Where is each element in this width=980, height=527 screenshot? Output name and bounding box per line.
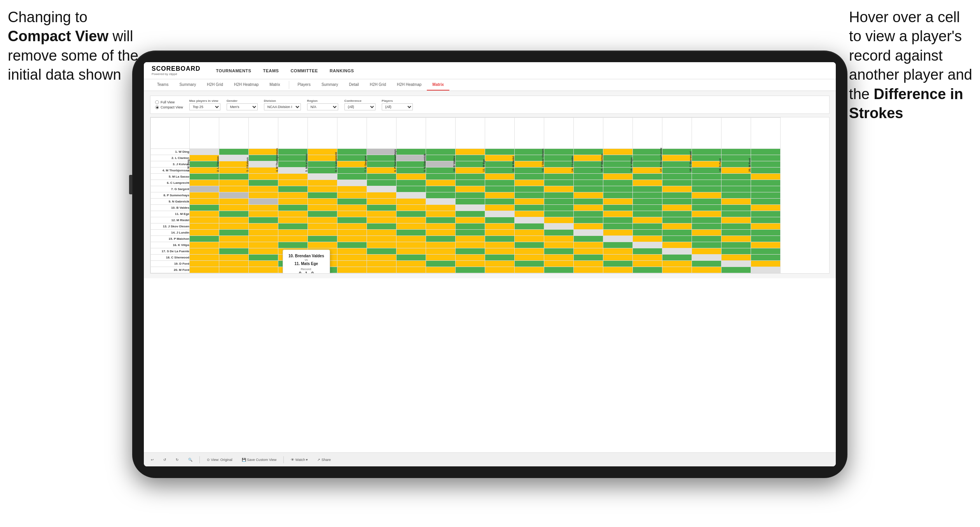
matrix-cell[interactable]: [633, 174, 662, 180]
matrix-cell[interactable]: [249, 248, 278, 255]
matrix-cell[interactable]: [515, 161, 544, 168]
matrix-cell[interactable]: [249, 186, 278, 192]
matrix-cell[interactable]: [308, 223, 337, 230]
matrix-cell[interactable]: [456, 186, 485, 192]
matrix-cell[interactable]: [190, 217, 219, 223]
matrix-cell[interactable]: [367, 248, 397, 255]
matrix-cell[interactable]: [219, 236, 249, 242]
matrix-cell[interactable]: [574, 217, 603, 223]
matrix-cell[interactable]: [367, 155, 397, 161]
matrix-cell[interactable]: [574, 223, 603, 230]
matrix-cell[interactable]: [219, 261, 249, 267]
matrix-cell[interactable]: [603, 211, 633, 217]
matrix-cell[interactable]: [219, 192, 249, 199]
matrix-cell[interactable]: [721, 186, 751, 192]
matrix-cell[interactable]: [515, 230, 544, 236]
matrix-cell[interactable]: [574, 192, 603, 199]
matrix-cell[interactable]: [485, 230, 515, 236]
matrix-cell[interactable]: [633, 199, 662, 205]
matrix-cell[interactable]: [308, 199, 337, 205]
matrix-cell[interactable]: [544, 230, 574, 236]
matrix-cell[interactable]: [190, 242, 219, 248]
matrix-cell[interactable]: [751, 267, 781, 273]
matrix-cell[interactable]: [574, 211, 603, 217]
toolbar-view-original[interactable]: ⊙ View: Original: [204, 457, 235, 463]
matrix-cell[interactable]: [249, 255, 278, 261]
matrix-cell[interactable]: [515, 255, 544, 261]
matrix-cell[interactable]: [249, 192, 278, 199]
matrix-cell[interactable]: [337, 199, 367, 205]
matrix-cell[interactable]: [544, 149, 574, 155]
matrix-cell[interactable]: [692, 217, 721, 223]
matrix-cell[interactable]: [456, 211, 485, 217]
matrix-cell[interactable]: [515, 199, 544, 205]
matrix-cell[interactable]: [662, 149, 692, 155]
matrix-cell[interactable]: [544, 242, 574, 248]
matrix-cell[interactable]: [574, 168, 603, 174]
matrix-cell[interactable]: [603, 261, 633, 267]
matrix-cell[interactable]: [751, 230, 781, 236]
matrix-cell[interactable]: [337, 242, 367, 248]
matrix-cell[interactable]: [544, 180, 574, 186]
matrix-cell[interactable]: [721, 261, 751, 267]
matrix-cell[interactable]: [456, 149, 485, 155]
matrix-cell[interactable]: [574, 261, 603, 267]
matrix-cell[interactable]: [633, 186, 662, 192]
matrix-cell[interactable]: [367, 230, 397, 236]
matrix-cell[interactable]: [337, 223, 367, 230]
matrix-cell[interactable]: [367, 261, 397, 267]
matrix-cell[interactable]: [190, 192, 219, 199]
filter-players-select[interactable]: (All): [382, 103, 413, 110]
matrix-cell[interactable]: [308, 155, 337, 161]
matrix-cell[interactable]: [574, 180, 603, 186]
matrix-cell[interactable]: [190, 223, 219, 230]
matrix-cell[interactable]: [515, 149, 544, 155]
tab-detail[interactable]: Detail: [344, 79, 365, 91]
matrix-cell[interactable]: [633, 242, 662, 248]
matrix-cell[interactable]: [721, 248, 751, 255]
matrix-cell[interactable]: [397, 174, 426, 180]
toolbar-zoom[interactable]: 🔍: [186, 457, 195, 463]
matrix-cell[interactable]: [337, 236, 367, 242]
matrix-cell[interactable]: [721, 180, 751, 186]
matrix-cell[interactable]: [515, 248, 544, 255]
matrix-cell[interactable]: [485, 267, 515, 273]
matrix-cell[interactable]: [190, 205, 219, 211]
matrix-cell[interactable]: [456, 161, 485, 168]
matrix-cell[interactable]: [574, 255, 603, 261]
matrix-cell[interactable]: [249, 217, 278, 223]
matrix-cell[interactable]: [751, 168, 781, 174]
matrix-cell[interactable]: [574, 161, 603, 168]
matrix-cell[interactable]: [692, 261, 721, 267]
matrix-cell[interactable]: [574, 248, 603, 255]
matrix-cell[interactable]: [721, 168, 751, 174]
matrix-cell[interactable]: [249, 149, 278, 155]
matrix-cell[interactable]: [721, 161, 751, 168]
matrix-cell[interactable]: [544, 168, 574, 174]
matrix-cell[interactable]: [278, 186, 308, 192]
matrix-cell[interactable]: [249, 199, 278, 205]
tab-h2h-grid-2[interactable]: H2H Grid: [364, 79, 391, 91]
matrix-cell[interactable]: [485, 205, 515, 211]
matrix-cell[interactable]: [485, 248, 515, 255]
matrix-cell[interactable]: [485, 217, 515, 223]
matrix-cell[interactable]: [426, 230, 456, 236]
matrix-cell[interactable]: [515, 174, 544, 180]
matrix-cell[interactable]: [367, 205, 397, 211]
matrix-cell[interactable]: [337, 205, 367, 211]
matrix-cell[interactable]: [278, 199, 308, 205]
matrix-cell[interactable]: [692, 168, 721, 174]
matrix-cell[interactable]: [337, 161, 367, 168]
matrix-cell[interactable]: [190, 174, 219, 180]
toolbar-share[interactable]: ↗ Share: [315, 457, 333, 463]
matrix-cell[interactable]: [603, 161, 633, 168]
nav-committee[interactable]: COMMITTEE: [290, 67, 318, 75]
matrix-cell[interactable]: [456, 242, 485, 248]
matrix-cell[interactable]: [515, 267, 544, 273]
matrix-cell[interactable]: [692, 255, 721, 261]
matrix-cell[interactable]: [367, 168, 397, 174]
matrix-cell[interactable]: [337, 186, 367, 192]
matrix-cell[interactable]: [544, 223, 574, 230]
filter-gender-select[interactable]: Men's: [227, 103, 258, 110]
matrix-cell[interactable]: [485, 174, 515, 180]
